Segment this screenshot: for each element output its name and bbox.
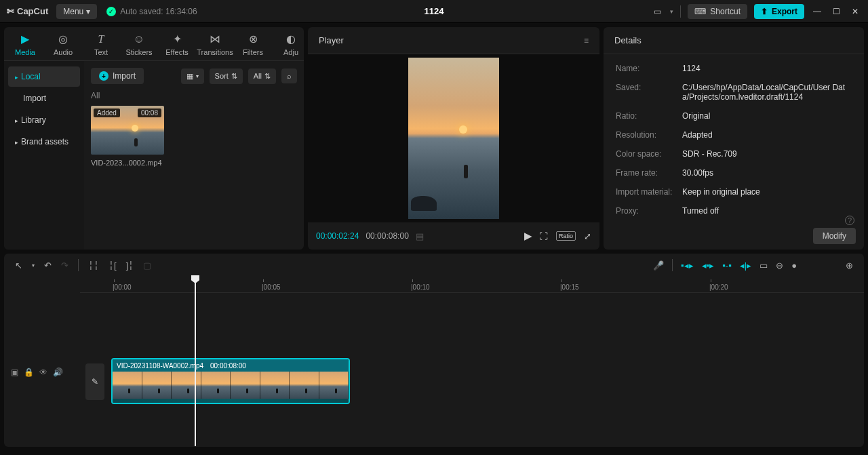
total-timecode: 00:00:08:00 (366, 231, 408, 241)
sidebar-item-brand[interactable]: Brand assets (8, 132, 80, 152)
playhead[interactable] (195, 277, 196, 446)
duration-badge: 00:08 (138, 108, 161, 117)
details-title: Details (614, 35, 642, 45)
player-controls: 00:00:02:24 00:00:08:00 ▤ ▶ ⛶ Ratio ⤢ (308, 222, 599, 250)
split-tool[interactable]: ╎╎ (88, 260, 99, 271)
media-panel: ▶Media ◎Audio TText ☺Stickers ✦Effects ⋈… (4, 27, 304, 250)
redo-button[interactable]: ↷ (61, 260, 68, 271)
help-icon[interactable]: ? (845, 216, 854, 225)
magnet-main-icon[interactable]: ▪◂▸ (681, 260, 694, 271)
text-icon: T (98, 33, 104, 45)
sidebar-item-local[interactable]: Local (8, 66, 80, 87)
mute-icon[interactable]: 🔊 (53, 368, 63, 377)
grid-icon: ▦ (186, 72, 193, 81)
shortcut-button[interactable]: ⌨ Shortcut (688, 4, 747, 19)
search-button[interactable]: ⌕ (281, 68, 297, 83)
preview-icon[interactable]: ▭ (760, 260, 768, 271)
clip-audio-wave (113, 399, 349, 404)
sort-icon: ⇅ (231, 72, 237, 81)
plus-icon: + (99, 71, 108, 81)
pointer-tool[interactable]: ↖ (15, 260, 22, 271)
link-icon[interactable]: ▪-▪ (722, 260, 732, 271)
tab-stickers[interactable]: ☺Stickers (125, 33, 153, 56)
pointer-chevron-icon[interactable]: ▾ (32, 262, 35, 269)
lock-icon[interactable]: 🔒 (24, 368, 34, 377)
import-button[interactable]: + Import (91, 68, 144, 84)
titlebar: ✄ CapCut Menu ▾ ✓ Auto saved: 16:34:06 1… (0, 0, 868, 23)
undo-button[interactable]: ↶ (44, 260, 52, 271)
mic-icon[interactable]: 🎤 (653, 260, 664, 271)
zoom-in-icon[interactable]: ⊕ (846, 260, 853, 271)
autosave-status: ✓ Auto saved: 16:34:06 (106, 7, 197, 16)
media-icon: ▶ (21, 33, 29, 45)
player-menu-icon[interactable]: ≡ (584, 36, 589, 45)
tab-effects[interactable]: ✦Effects (163, 33, 191, 56)
tab-audio[interactable]: ◎Audio (49, 33, 77, 56)
modify-button[interactable]: Modify (813, 228, 856, 244)
chevron-down-icon: ▾ (86, 7, 90, 16)
track-controls: ▣ 🔒 👁 🔊 (4, 368, 80, 377)
project-title: 1124 (425, 6, 444, 16)
edit-track-button[interactable]: ✎ (85, 363, 104, 400)
video-frame (408, 58, 499, 219)
minimize-button[interactable]: — (811, 7, 823, 16)
upper-panels: ▶Media ◎Audio TText ☺Stickers ✦Effects ⋈… (0, 23, 868, 254)
menu-button[interactable]: Menu ▾ (56, 4, 97, 19)
media-body: Local Import Library Brand assets + Impo… (4, 61, 304, 250)
layout-icon[interactable]: ▭ (651, 7, 663, 16)
export-label: Export (772, 7, 797, 16)
media-sidebar: Local Import Library Brand assets (4, 61, 84, 250)
titlebar-right: ▭ ▾ ⌨ Shortcut ⬆ Export — ☐ ✕ (651, 4, 861, 19)
divider (680, 5, 681, 18)
snap-icon[interactable]: ◂|▸ (740, 260, 751, 271)
zoom-out-icon[interactable]: ⊖ (776, 260, 783, 271)
logo-icon: ✄ (7, 6, 14, 16)
detail-row-framerate: Frame rate:30.00fps (616, 168, 852, 178)
timeline-clip[interactable]: VID-20231108-WA0002.mp4 00:00:08:00 (111, 358, 350, 404)
tab-filters[interactable]: ⊗Filters (239, 33, 267, 56)
menu-label: Menu (63, 7, 83, 16)
media-toolbar: + Import ▦▾ Sort⇅ All⇅ ⌕ (91, 68, 297, 84)
ruler-tick: |00:00 (113, 283, 132, 291)
cover-icon[interactable]: ▣ (11, 368, 18, 377)
magnet-track-icon[interactable]: ◂▪▸ (702, 260, 715, 271)
play-button[interactable]: ▶ (524, 230, 532, 242)
detail-row-resolution: Resolution:Adapted (616, 130, 852, 140)
tracks-area[interactable]: ▣ 🔒 👁 🔊 ✎ VID-20231108-WA0002.mp4 00:00:… (4, 293, 864, 429)
maximize-button[interactable]: ☐ (830, 7, 842, 16)
trim-left-tool[interactable]: ╎[ (108, 260, 117, 271)
clip-duration: 00:00:08:00 (210, 362, 246, 370)
zoom-slider[interactable]: ● (791, 260, 797, 271)
layout-chevron-icon[interactable]: ▾ (670, 8, 673, 15)
list-view-icon[interactable]: ▤ (416, 231, 424, 241)
tab-media[interactable]: ▶Media (11, 33, 39, 56)
player-viewport[interactable] (308, 54, 599, 222)
details-panel: Details Name:1124 Saved:C:/Users/hp/AppD… (604, 27, 864, 250)
scale-icon[interactable]: ⛶ (539, 231, 548, 241)
fullscreen-icon[interactable]: ⤢ (584, 231, 591, 241)
view-grid-button[interactable]: ▦▾ (181, 68, 204, 84)
import-label: Import (113, 71, 136, 81)
autosave-text: Auto saved: 16:34:06 (120, 7, 197, 16)
filter-all-button[interactable]: All⇅ (248, 68, 276, 84)
tab-text[interactable]: TText (87, 33, 115, 56)
adjust-icon: ◐ (286, 33, 296, 45)
ratio-button[interactable]: Ratio (556, 231, 576, 241)
eye-icon[interactable]: 👁 (39, 368, 47, 377)
tab-transitions[interactable]: ⋈Transitions (201, 33, 229, 56)
media-item-name: VID-2023...0002.mp4 (91, 159, 164, 167)
app-logo: ✄ CapCut (7, 6, 48, 16)
close-button[interactable]: ✕ (849, 7, 861, 16)
trim-right-tool[interactable]: ]╎ (126, 260, 134, 271)
crop-tool[interactable]: ▢ (143, 260, 151, 271)
sort-button[interactable]: Sort⇅ (210, 68, 243, 84)
media-item[interactable]: Added 00:08 VID-2023...0002.mp4 (91, 106, 164, 167)
tab-adjustment[interactable]: ◐Adju (277, 33, 304, 56)
sidebar-item-import[interactable]: Import (8, 88, 80, 108)
audio-icon: ◎ (58, 33, 68, 45)
detail-row-saved: Saved:C:/Users/hp/AppData/Local/CapCut/U… (616, 83, 852, 102)
export-button[interactable]: ⬆ Export (754, 4, 804, 19)
category-tabs: ▶Media ◎Audio TText ☺Stickers ✦Effects ⋈… (4, 27, 304, 61)
filter-icon: ⇅ (264, 72, 271, 81)
sidebar-item-library[interactable]: Library (8, 110, 80, 130)
